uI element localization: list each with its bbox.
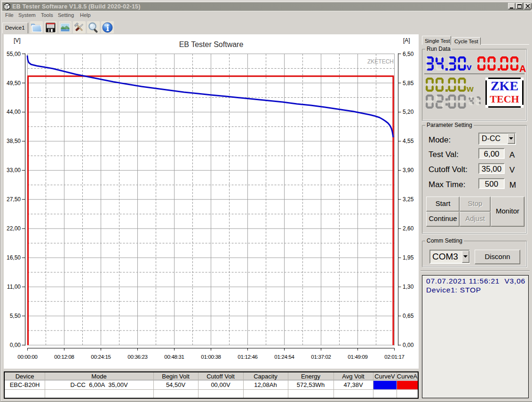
svg-text:00:12:08: 00:12:08 [54,354,74,360]
svg-text:11,00: 11,00 [7,284,21,290]
svg-text:1,30: 1,30 [403,284,414,290]
svg-text:22,00: 22,00 [7,225,21,232]
svg-text:01:00:38: 01:00:38 [201,354,221,360]
svg-text:44,00: 44,00 [7,109,21,115]
svg-text:1,95: 1,95 [403,254,414,261]
svg-text:01:24:54: 01:24:54 [274,354,294,360]
svg-text:33,00: 33,00 [7,167,21,173]
svg-text:5,20: 5,20 [403,109,414,115]
svg-text:00:48:31: 00:48:31 [164,354,184,360]
svg-text:16,50: 16,50 [7,254,21,261]
svg-text:01:37:02: 01:37:02 [311,354,331,360]
svg-text:00:24:15: 00:24:15 [91,354,111,360]
svg-text:38,50: 38,50 [7,138,21,144]
svg-text:0,00: 0,00 [10,342,21,348]
svg-text:5,85: 5,85 [403,80,414,87]
svg-text:3,90: 3,90 [403,167,414,173]
svg-text:00:00:00: 00:00:00 [17,354,37,360]
svg-text:0,00: 0,00 [403,342,414,348]
svg-text:[V]: [V] [14,37,21,44]
svg-text:2,60: 2,60 [403,225,414,232]
svg-text:5,50: 5,50 [10,313,21,319]
svg-text:02:01:17: 02:01:17 [384,354,404,360]
svg-text:01:12:46: 01:12:46 [238,354,257,360]
svg-text:49,50: 49,50 [7,80,21,87]
svg-text:[A]: [A] [403,37,410,44]
svg-text:00:36:23: 00:36:23 [127,354,147,360]
svg-text:27,50: 27,50 [7,196,21,203]
svg-text:6,50: 6,50 [403,51,414,57]
svg-text:0,65: 0,65 [403,313,414,319]
svg-text:55,00: 55,00 [7,51,21,57]
svg-text:ZKETECH: ZKETECH [367,58,394,65]
svg-text:4,55: 4,55 [403,138,414,144]
svg-text:01:49:09: 01:49:09 [348,354,367,360]
svg-text:3,25: 3,25 [403,196,414,203]
svg-text:EB Tester Software: EB Tester Software [179,40,244,48]
